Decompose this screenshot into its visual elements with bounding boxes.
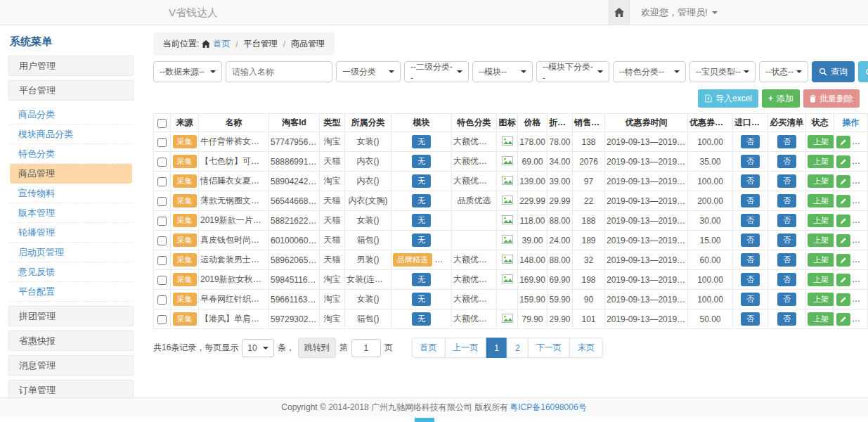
feature-category-filter[interactable]: --特色分类-- bbox=[613, 61, 686, 82]
status-filter[interactable]: --状态-- bbox=[759, 61, 808, 82]
module-badge[interactable]: 无 bbox=[412, 293, 431, 306]
module-badge[interactable]: 无 bbox=[412, 155, 431, 168]
edit-button[interactable] bbox=[836, 274, 850, 286]
sidebar-subitem[interactable]: 轮播管理 bbox=[10, 223, 132, 243]
imported-toggle[interactable]: 否 bbox=[741, 155, 760, 168]
edit-button[interactable] bbox=[836, 175, 850, 188]
sidebar-subitem[interactable]: 版本管理 bbox=[10, 203, 132, 223]
must-buy-toggle[interactable]: 否 bbox=[777, 174, 796, 188]
row-checkbox[interactable] bbox=[157, 276, 167, 285]
row-checkbox[interactable] bbox=[157, 295, 167, 305]
jump-page-input[interactable] bbox=[351, 339, 381, 357]
first-page-button[interactable]: 首页 bbox=[411, 338, 445, 358]
sidebar-subitem[interactable]: 模块商品分类 bbox=[10, 124, 132, 144]
module-filter[interactable]: --模块-- bbox=[472, 61, 533, 82]
row-checkbox[interactable] bbox=[157, 256, 167, 265]
prev-page-button[interactable]: 上一页 bbox=[444, 338, 486, 358]
sidebar-group-item[interactable]: 订单管理 bbox=[8, 380, 134, 397]
must-buy-toggle[interactable]: 否 bbox=[777, 312, 796, 326]
row-checkbox[interactable] bbox=[157, 315, 167, 324]
must-buy-toggle[interactable]: 否 bbox=[777, 253, 796, 267]
status-button[interactable]: 上架 bbox=[808, 312, 834, 326]
level1-category-filter[interactable]: 一级分类 bbox=[336, 61, 401, 82]
reset-button[interactable]: 重置 bbox=[858, 61, 868, 82]
edit-button[interactable] bbox=[836, 136, 850, 148]
edit-button[interactable] bbox=[836, 155, 850, 168]
status-button[interactable]: 上架 bbox=[808, 273, 834, 286]
status-button[interactable]: 上架 bbox=[808, 253, 834, 267]
must-buy-toggle[interactable]: 否 bbox=[777, 234, 796, 247]
page-1-button[interactable]: 1 bbox=[486, 338, 507, 358]
sidebar-subitem[interactable]: 特色分类 bbox=[10, 144, 132, 164]
module-badge[interactable]: 无 bbox=[412, 234, 431, 247]
status-button[interactable]: 上架 bbox=[808, 155, 834, 168]
item-type-filter[interactable]: --宝贝类型-- bbox=[689, 61, 756, 82]
sidebar-group-item[interactable]: 省惠快报 bbox=[8, 331, 134, 351]
status-button[interactable]: 上架 bbox=[808, 194, 834, 207]
edit-button[interactable] bbox=[836, 313, 850, 326]
batch-delete-button[interactable]: 批量删除 bbox=[803, 89, 860, 108]
module-badge[interactable]: 无 bbox=[412, 214, 431, 227]
status-button[interactable]: 上架 bbox=[808, 174, 834, 188]
module-badge[interactable]: 品牌精选 bbox=[393, 253, 432, 267]
status-button[interactable]: 上架 bbox=[808, 234, 834, 247]
module-badge[interactable]: 无 bbox=[412, 273, 431, 286]
sidebar-group-item[interactable]: 消息管理 bbox=[8, 355, 134, 376]
imported-toggle[interactable]: 否 bbox=[741, 214, 760, 227]
must-buy-toggle[interactable]: 否 bbox=[777, 194, 796, 207]
page-2-button[interactable]: 2 bbox=[507, 338, 529, 358]
must-buy-toggle[interactable]: 否 bbox=[777, 273, 796, 286]
add-button[interactable]: + 添加 bbox=[762, 89, 800, 108]
status-button[interactable]: 上架 bbox=[808, 293, 834, 306]
last-page-button[interactable]: 末页 bbox=[569, 338, 603, 358]
imported-toggle[interactable]: 否 bbox=[741, 135, 760, 148]
sidebar-subitem-active[interactable]: 商品管理 bbox=[10, 164, 132, 184]
module-subcategory-filter[interactable]: --模块下分类-- bbox=[536, 61, 609, 82]
module-badge[interactable]: 无 bbox=[412, 194, 431, 207]
sidebar-subitem[interactable]: 平台配置 bbox=[10, 282, 132, 302]
edit-button[interactable] bbox=[836, 293, 850, 306]
imported-toggle[interactable]: 否 bbox=[741, 312, 760, 326]
row-checkbox[interactable] bbox=[157, 236, 167, 245]
row-checkbox[interactable] bbox=[157, 217, 167, 226]
must-buy-toggle[interactable]: 否 bbox=[777, 293, 796, 306]
edit-button[interactable] bbox=[836, 234, 850, 247]
data-source-filter[interactable]: --数据来源-- bbox=[153, 61, 222, 82]
row-checkbox[interactable] bbox=[157, 138, 167, 147]
next-page-button[interactable]: 下一页 bbox=[528, 338, 570, 358]
jump-button[interactable]: 跳转到 bbox=[298, 338, 336, 358]
select-all-checkbox[interactable] bbox=[157, 119, 167, 128]
edit-button[interactable] bbox=[836, 254, 850, 267]
level2-category-filter[interactable]: --二级分类-- bbox=[404, 61, 469, 82]
search-button[interactable]: 查询 bbox=[812, 61, 855, 82]
sidebar-subitem[interactable]: 商品分类 bbox=[10, 105, 132, 124]
sidebar-subitem[interactable]: 意见反馈 bbox=[10, 262, 132, 282]
sidebar-group-item[interactable]: 拼团管理 bbox=[8, 306, 134, 326]
name-search-input[interactable] bbox=[226, 61, 332, 82]
sidebar-group-item[interactable]: 平台管理 bbox=[8, 80, 134, 101]
home-button[interactable] bbox=[609, 0, 630, 25]
module-badge[interactable]: 无 bbox=[412, 135, 431, 148]
breadcrumb-home-link[interactable]: 首页 bbox=[213, 38, 230, 50]
edit-button[interactable] bbox=[836, 215, 850, 227]
must-buy-toggle[interactable]: 否 bbox=[777, 155, 796, 168]
imported-toggle[interactable]: 否 bbox=[741, 174, 760, 188]
status-button[interactable]: 上架 bbox=[808, 135, 834, 148]
row-checkbox[interactable] bbox=[157, 158, 167, 167]
must-buy-toggle[interactable]: 否 bbox=[777, 214, 796, 227]
row-checkbox[interactable] bbox=[157, 197, 167, 206]
user-menu[interactable]: 欢迎您，管理员! bbox=[641, 6, 718, 19]
sidebar-subitem[interactable]: 宣传物料 bbox=[10, 184, 132, 203]
sidebar-subitem[interactable]: 启动页管理 bbox=[10, 243, 132, 262]
must-buy-toggle[interactable]: 否 bbox=[777, 135, 796, 148]
import-excel-button[interactable]: 导入excel bbox=[698, 89, 758, 108]
module-badge[interactable]: 无 bbox=[412, 174, 431, 188]
row-checkbox[interactable] bbox=[157, 177, 167, 186]
imported-toggle[interactable]: 否 bbox=[741, 273, 760, 286]
module-badge[interactable]: 无 bbox=[412, 312, 431, 326]
imported-toggle[interactable]: 否 bbox=[741, 293, 760, 306]
icp-link[interactable]: 粤ICP备16098006号 bbox=[510, 402, 586, 414]
imported-toggle[interactable]: 否 bbox=[741, 194, 760, 207]
sidebar-group-item[interactable]: 用户管理 bbox=[8, 56, 134, 76]
status-button[interactable]: 上架 bbox=[808, 214, 834, 227]
